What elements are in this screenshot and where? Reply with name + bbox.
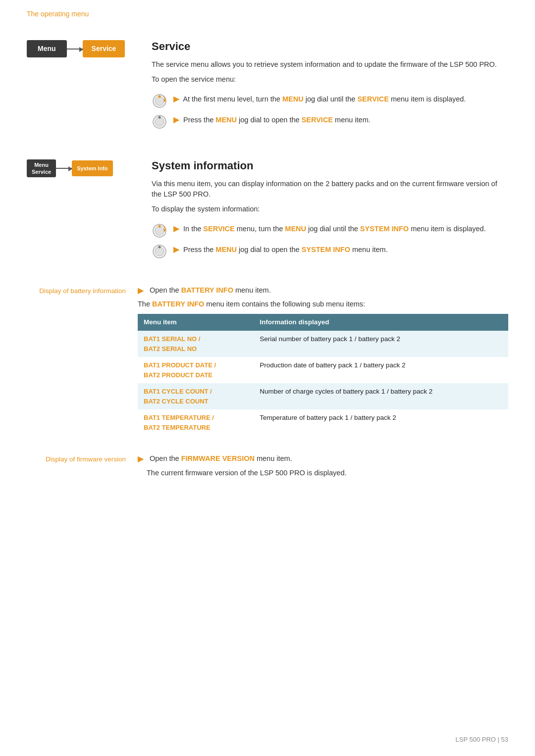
- service-step1: ▶ At the first menu level, turn the MENU…: [152, 92, 508, 109]
- battery-content: ▶ Open the BATTERY INFO menu item. The B…: [138, 285, 508, 436]
- bc-sysinfo-arrow: [56, 168, 72, 169]
- table-row: BAT1 SERIAL NO /BAT2 SERIAL NOSerial num…: [138, 331, 508, 357]
- col-menu-item: Menu item: [138, 314, 254, 331]
- service-step2-text: ▶ Press the MENU jog dial to open the SE…: [173, 113, 371, 126]
- sysinfo-step2: ▶ Press the MENU jog dial to open the SY…: [152, 243, 508, 259]
- col-info-displayed: Information displayed: [254, 314, 508, 331]
- service-title: Service: [152, 38, 508, 54]
- service-content: Service The service menu allows you to r…: [152, 38, 508, 130]
- table-row: BAT1 TEMPERATURE /BAT2 TEMPERATURETemper…: [138, 409, 508, 436]
- service-para1: The service menu allows you to retrieve …: [152, 59, 508, 70]
- svg-point-7: [155, 226, 164, 235]
- table-cell-menu-item: BAT1 TEMPERATURE /BAT2 TEMPERATURE: [138, 409, 254, 436]
- svg-point-1: [155, 97, 164, 105]
- jog-dial-press-icon-2: [152, 244, 167, 259]
- table-row: BAT1 PRODUCT DATE /BAT2 PRODUCT DATEProd…: [138, 357, 508, 383]
- breadcrumb: The operating menu: [27, 10, 89, 18]
- table-cell-menu-item: BAT1 CYCLE COUNT /BAT2 CYCLE COUNT: [138, 383, 254, 409]
- bc-arrow: [67, 49, 83, 50]
- sysinfo-step1: ▶ In the SERVICE menu, turn the MENU jog…: [152, 222, 508, 239]
- sysinfo-steps: ▶ In the SERVICE menu, turn the MENU jog…: [152, 222, 508, 259]
- svg-point-11: [159, 246, 161, 248]
- sysinfo-para2: To display the system information:: [152, 204, 508, 215]
- table-cell-info: Number of charge cycles of battery pack …: [254, 383, 508, 409]
- bullet2: ▶: [173, 116, 179, 124]
- table-cell-menu-item: BAT1 PRODUCT DATE /BAT2 PRODUCT DATE: [138, 357, 254, 383]
- firmware-left-label: Display of firmware version: [27, 454, 126, 478]
- svg-point-5: [159, 116, 161, 118]
- sysinfo-body: Via this menu item, you can display info…: [152, 179, 508, 259]
- page-header: The operating menu: [0, 0, 535, 19]
- service-body: The service menu allows you to retrieve …: [152, 59, 508, 130]
- table-cell-info: Temperature of battery pack 1 / battery …: [254, 409, 508, 436]
- firmware-content: ▶ Open the FIRMWARE VERSION menu item. T…: [138, 454, 508, 478]
- svg-point-8: [159, 225, 161, 227]
- sysinfo-step1-text: ▶ In the SERVICE menu, turn the MENU jog…: [173, 222, 486, 235]
- battery-intro1: ▶ Open the BATTERY INFO menu item.: [138, 285, 508, 297]
- service-step1-text: ▶ At the first menu level, turn the MENU…: [173, 92, 466, 105]
- svg-point-4: [155, 117, 164, 126]
- sysinfo-breadcrumb: Menu Service System Info: [27, 157, 136, 259]
- firmware-section: Display of firmware version ▶ Open the F…: [27, 454, 508, 478]
- service-step2: ▶ Press the MENU jog dial to open the SE…: [152, 113, 508, 130]
- sysinfo-step2-text: ▶ Press the MENU jog dial to open the SY…: [173, 243, 388, 255]
- page-footer: LSP 500 PRO | 53: [456, 735, 508, 745]
- bc-menu-service-stack: Menu Service: [27, 159, 56, 178]
- service-section: Menu Service Service The service menu al…: [27, 38, 508, 130]
- table-row: BAT1 CYCLE COUNT /BAT2 CYCLE COUNTNumber…: [138, 383, 508, 409]
- battery-info-table: Menu item Information displayed BAT1 SER…: [138, 314, 508, 436]
- table-cell-menu-item: BAT1 SERIAL NO /BAT2 SERIAL NO: [138, 331, 254, 357]
- svg-point-10: [155, 247, 164, 256]
- battery-intro2: The BATTERY INFO menu item contains the …: [138, 299, 508, 310]
- bc-service-label: Service: [83, 40, 125, 57]
- sysinfo-para1: Via this menu item, you can display info…: [152, 179, 508, 201]
- table-cell-info: Serial number of battery pack 1 / batter…: [254, 331, 508, 357]
- service-breadcrumb: Menu Service: [27, 38, 136, 130]
- bullet1: ▶: [173, 95, 179, 103]
- table-header-row: Menu item Information displayed: [138, 314, 508, 331]
- jog-dial-press-icon: [152, 114, 167, 130]
- service-para2: To open the service menu:: [152, 74, 508, 85]
- bc-sysinfo-label: System Info: [72, 160, 112, 177]
- battery-left-label: Display of battery information: [27, 285, 126, 436]
- svg-point-2: [159, 95, 161, 98]
- sysinfo-title: System information: [152, 157, 508, 174]
- jog-dial-turn-icon: [152, 93, 167, 109]
- firmware-intro1: ▶ Open the FIRMWARE VERSION menu item.: [138, 454, 508, 465]
- battery-section: Display of battery information ▶ Open th…: [27, 285, 508, 436]
- sysinfo-content: System information Via this menu item, y…: [152, 157, 508, 259]
- table-cell-info: Production date of battery pack 1 / batt…: [254, 357, 508, 383]
- bc-menu-label: Menu: [27, 40, 67, 57]
- firmware-intro2: The current firmware version of the LSP …: [147, 468, 508, 479]
- sysinfo-section: Menu Service System Info System informat…: [27, 157, 508, 259]
- jog-dial-turn-icon-2: [152, 223, 167, 239]
- service-steps: ▶ At the first menu level, turn the MENU…: [152, 92, 508, 130]
